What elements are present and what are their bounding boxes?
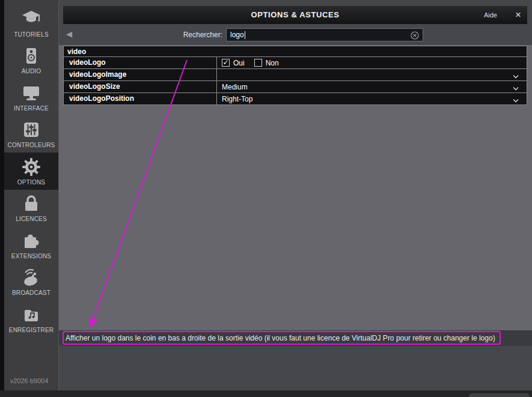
setting-description-box: Afficher un logo dans le coin en bas a d… bbox=[63, 331, 501, 345]
sidebar-item-label: BROADCAST bbox=[12, 289, 50, 296]
chevron-down-icon[interactable] bbox=[512, 73, 519, 81]
settings-table: video videoLogo ✓ Oui Non videoLogoImage… bbox=[63, 46, 527, 105]
sidebar-item-options[interactable]: OPTIONS bbox=[4, 153, 58, 190]
chevron-down-icon[interactable] bbox=[512, 97, 519, 105]
sidebar-item-label: LICENCES bbox=[16, 216, 47, 222]
setting-dropdown[interactable] bbox=[217, 69, 527, 80]
sidebar-edge bbox=[0, 0, 4, 390]
sidebar-item-interface[interactable]: INTERFACE bbox=[4, 79, 58, 116]
search-label: Rechercher: bbox=[150, 31, 222, 39]
sidebar: TUTORIELS AUDIO INTERFACE bbox=[0, 0, 59, 390]
setting-description-text: Afficher un logo dans le coin en bas a d… bbox=[64, 334, 495, 342]
gear-icon bbox=[21, 157, 41, 177]
title-bar: OPTIONS & ASTUCES Aide × bbox=[63, 6, 527, 24]
check-icon: ✓ bbox=[222, 59, 228, 66]
checkbox-non-label: Non bbox=[266, 59, 279, 67]
sidebar-item-broadcast[interactable]: BROADCAST bbox=[4, 264, 58, 301]
setting-row-videologoimage: videoLogoImage bbox=[63, 69, 527, 81]
sidebar-item-controleurs[interactable]: CONTROLEURS bbox=[4, 116, 58, 153]
sidebar-item-tutoriels[interactable]: TUTORIELS bbox=[4, 5, 58, 42]
page-title: OPTIONS & ASTUCES bbox=[63, 6, 527, 24]
monitor-icon bbox=[21, 83, 41, 103]
setting-value: ✓ Oui Non bbox=[217, 57, 527, 68]
padlock-icon bbox=[21, 193, 41, 214]
setting-name: videoLogoPosition bbox=[64, 93, 217, 105]
sidebar-item-label: EXTENSIONS bbox=[11, 253, 51, 259]
setting-name: videoLogoImage bbox=[64, 69, 217, 80]
lower-margin bbox=[59, 346, 532, 390]
sidebar-items: TUTORIELS AUDIO INTERFACE bbox=[4, 5, 58, 338]
search-value: logo bbox=[230, 31, 244, 39]
music-folder-icon bbox=[21, 305, 41, 325]
setting-name: videoLogoSize bbox=[64, 81, 217, 92]
setting-dropdown[interactable]: Right-Top bbox=[217, 93, 527, 105]
sidebar-item-extensions[interactable]: EXTENSIONS bbox=[4, 226, 58, 264]
sidebar-item-audio[interactable]: AUDIO bbox=[4, 42, 58, 79]
checkbox-oui-label: Oui bbox=[233, 59, 245, 67]
version-label: v2026 b9004 bbox=[0, 377, 58, 384]
sidebar-item-label: TUTORIELS bbox=[14, 31, 49, 38]
background-window-fragment bbox=[469, 393, 530, 397]
dropdown-value: Right-Top bbox=[222, 95, 252, 103]
checkbox-non[interactable] bbox=[254, 59, 262, 67]
satellite-icon bbox=[21, 267, 41, 288]
search-input[interactable]: logo bbox=[226, 28, 423, 41]
mixer-icon bbox=[21, 120, 41, 140]
dropdown-value: Medium bbox=[222, 83, 248, 91]
puzzle-icon bbox=[21, 231, 41, 251]
chevron-down-icon[interactable] bbox=[512, 85, 519, 93]
help-button[interactable]: Aide bbox=[484, 6, 497, 24]
setting-dropdown[interactable]: Medium bbox=[217, 81, 527, 92]
sidebar-item-enregistrer[interactable]: ENREGISTRER bbox=[4, 300, 58, 338]
graduation-cap-icon bbox=[21, 9, 41, 29]
close-button[interactable]: × bbox=[515, 6, 521, 23]
sidebar-item-label: CONTROLEURS bbox=[8, 142, 55, 148]
setting-row-videologo: videoLogo ✓ Oui Non bbox=[63, 57, 527, 69]
sidebar-item-label: AUDIO bbox=[22, 68, 41, 74]
options-window: TUTORIELS AUDIO INTERFACE bbox=[0, 0, 532, 397]
setting-row-videologoposition: videoLogoPosition Right-Top bbox=[63, 93, 527, 105]
back-button[interactable]: ◀ bbox=[66, 29, 72, 38]
window-bottom-edge bbox=[0, 390, 532, 397]
setting-row-videologosize: videoLogoSize Medium bbox=[63, 81, 527, 93]
sidebar-item-licences[interactable]: LICENCES bbox=[4, 190, 58, 227]
setting-name: videoLogo bbox=[64, 57, 217, 68]
checkbox-oui[interactable]: ✓ bbox=[222, 59, 230, 67]
section-header-video: video bbox=[63, 46, 527, 57]
sidebar-item-label: INTERFACE bbox=[14, 105, 49, 112]
speaker-icon bbox=[21, 46, 41, 66]
clear-search-icon[interactable] bbox=[411, 31, 419, 40]
sidebar-item-label: ENREGISTRER bbox=[9, 327, 54, 333]
sidebar-item-label: OPTIONS bbox=[17, 179, 45, 186]
text-caret bbox=[245, 31, 245, 39]
